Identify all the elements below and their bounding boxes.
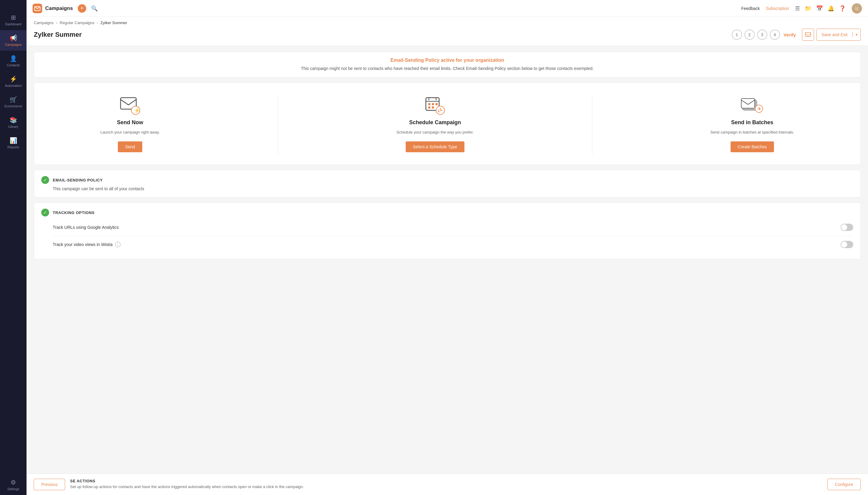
schedule-campaign-desc: Schedule your campaign the way you prefe… — [396, 129, 474, 135]
list-icon[interactable]: ☰ — [795, 5, 800, 12]
avatar[interactable]: U — [852, 3, 862, 14]
response-actions-section: SE ACTIONS Set up follow-up actions for … — [70, 479, 827, 489]
breadcrumb-current: Zylker Summer — [100, 20, 127, 25]
library-icon: 📚 — [10, 116, 17, 124]
svg-rect-8 — [432, 103, 434, 105]
tracking-google-analytics-row: Track URLs using Google Analytics — [53, 219, 853, 236]
folder-icon[interactable]: 📁 — [805, 5, 811, 12]
stepper: 1 2 3 4 Verify — [732, 30, 797, 40]
tracking-wistia-label: Track your video views in Wistia i — [53, 242, 836, 247]
topbar: Campaigns + 🔍 Feedback Subscription ☰ 📁 … — [27, 0, 868, 17]
calendar-icon[interactable]: 📅 — [816, 5, 823, 12]
send-in-batches-option: Send in Batches Send campaign in batches… — [710, 95, 794, 152]
svg-rect-9 — [435, 103, 438, 105]
breadcrumb-regular[interactable]: Regular Campaigns — [60, 20, 94, 25]
sidebar-item-automation[interactable]: ⚡ Automation — [0, 71, 27, 92]
create-batches-button[interactable]: Create Batches — [731, 141, 774, 152]
breadcrumb: Campaigns › Regular Campaigns › Zylker S… — [34, 20, 861, 25]
ecommerce-icon: 🛒 — [10, 96, 17, 103]
sidebar-item-settings[interactable]: ⚙ Settings — [0, 475, 27, 495]
breadcrumb-sep-2: › — [97, 20, 98, 25]
sidebar-item-dashboard[interactable]: ⊞ Dashboard — [0, 10, 27, 30]
svg-rect-20 — [741, 99, 754, 108]
send-in-batches-desc: Send campaign in batches at specified in… — [710, 129, 794, 135]
logo-icon — [33, 4, 42, 13]
sidebar-item-library[interactable]: 📚 Library — [0, 112, 27, 133]
schedule-campaign-title: Schedule Campaign — [409, 119, 461, 126]
bottom-bar: Previous SE ACTIONS Set up follow-up act… — [27, 474, 868, 495]
step-verify[interactable]: Verify — [782, 30, 797, 40]
send-now-desc: Launch your campaign right away. — [100, 129, 160, 135]
svg-rect-10 — [428, 106, 430, 108]
configure-button[interactable]: Configure — [827, 479, 861, 490]
svg-rect-11 — [432, 106, 434, 108]
subheader: Campaigns › Regular Campaigns › Zylker S… — [27, 17, 868, 46]
sidebar-item-label: Settings — [7, 487, 19, 491]
page-title-row: Zylker Summer 1 2 3 4 Verify — [34, 29, 861, 41]
topbar-right: Feedback Subscription ☰ 📁 📅 🔔 ❓ U — [741, 3, 862, 14]
response-section-desc: Set up follow-up actions for contacts an… — [70, 484, 827, 489]
save-exit-label: Save and Exit — [817, 32, 853, 37]
app-logo: Campaigns — [33, 4, 73, 13]
select-schedule-type-button[interactable]: Select a Schedule Type — [406, 141, 465, 152]
send-now-icon: ⚡ — [118, 95, 142, 116]
tracking-options-card: ✓ TRACKING OPTIONS Track URLs using Goog… — [34, 202, 861, 259]
breadcrumb-campaigns[interactable]: Campaigns — [34, 20, 54, 25]
app-name: Campaigns — [45, 5, 73, 12]
breadcrumb-sep-1: › — [56, 20, 57, 25]
send-in-batches-icon — [740, 95, 764, 116]
check-circle-tracking: ✓ — [41, 209, 49, 217]
previous-button[interactable]: Previous — [34, 479, 65, 490]
main-content: Campaigns + 🔍 Feedback Subscription ☰ 📁 … — [27, 0, 868, 495]
svg-rect-7 — [428, 103, 430, 105]
email-policy-header: ✓ EMAIL-SENDING POLICY — [41, 176, 853, 184]
wistia-info-icon[interactable]: i — [115, 242, 121, 247]
sidebar-item-label: Dashboard — [5, 22, 21, 26]
help-icon[interactable]: ❓ — [839, 5, 846, 12]
step-1[interactable]: 1 — [732, 30, 742, 40]
response-section-title: SE ACTIONS — [70, 479, 827, 483]
email-policy-text: This campaign can be sent to all of your… — [53, 186, 853, 191]
schedule-campaign-option: L Schedule Campaign Schedule your campai… — [396, 95, 474, 152]
schedule-campaign-icon: L — [423, 95, 447, 116]
subscription-link[interactable]: Subscription — [766, 6, 789, 11]
sidebar-item-contacts[interactable]: 👤 Contacts — [0, 51, 27, 71]
check-circle-policy: ✓ — [41, 176, 49, 184]
bell-icon[interactable]: 🔔 — [828, 5, 834, 12]
divider-2 — [592, 95, 592, 155]
email-policy-card: ✓ EMAIL-SENDING POLICY This campaign can… — [34, 170, 861, 198]
send-options-card: ⚡ Send Now Launch your campaign right aw… — [34, 82, 861, 165]
save-exit-button[interactable]: Save and Exit ▾ — [816, 29, 861, 41]
sidebar-item-reports[interactable]: 📊 Reports — [0, 133, 27, 153]
feedback-link[interactable]: Feedback — [741, 6, 760, 11]
sidebar-item-label: Library — [8, 125, 18, 129]
svg-text:L: L — [438, 108, 440, 113]
reports-icon: 📊 — [10, 137, 17, 144]
step-2[interactable]: 2 — [744, 30, 755, 40]
sidebar-logo-area — [0, 0, 27, 10]
add-button[interactable]: + — [78, 4, 86, 13]
alert-text: This campaign might not be sent to conta… — [41, 65, 853, 72]
tracking-google-analytics-toggle[interactable] — [840, 224, 853, 231]
preview-button[interactable] — [802, 29, 814, 41]
tracking-header: ✓ TRACKING OPTIONS — [41, 209, 853, 217]
send-now-button[interactable]: Send — [118, 141, 142, 152]
page-title: Zylker Summer — [34, 31, 82, 39]
sidebar-item-label: Ecommerce — [4, 104, 22, 108]
save-exit-dropdown-icon[interactable]: ▾ — [853, 33, 861, 37]
tracking-wistia-toggle[interactable] — [840, 241, 853, 248]
dashboard-icon: ⊞ — [11, 14, 16, 21]
tracking-title: TRACKING OPTIONS — [53, 210, 94, 215]
sidebar: ⊞ Dashboard 📢 Campaigns 👤 Contacts ⚡ Aut… — [0, 0, 27, 495]
step-3[interactable]: 3 — [757, 30, 767, 40]
sidebar-item-ecommerce[interactable]: 🛒 Ecommerce — [0, 92, 27, 112]
sidebar-bottom: ⚙ Settings — [0, 475, 27, 495]
search-button[interactable]: 🔍 — [91, 5, 98, 12]
send-now-option: ⚡ Send Now Launch your campaign right aw… — [100, 95, 160, 152]
automation-icon: ⚡ — [10, 75, 17, 83]
content: Email-Sending Policy active for your org… — [27, 46, 868, 474]
contacts-icon: 👤 — [10, 55, 17, 62]
step-4[interactable]: 4 — [770, 30, 780, 40]
sidebar-item-label: Contacts — [7, 63, 20, 67]
sidebar-item-campaigns[interactable]: 📢 Campaigns — [0, 30, 27, 51]
